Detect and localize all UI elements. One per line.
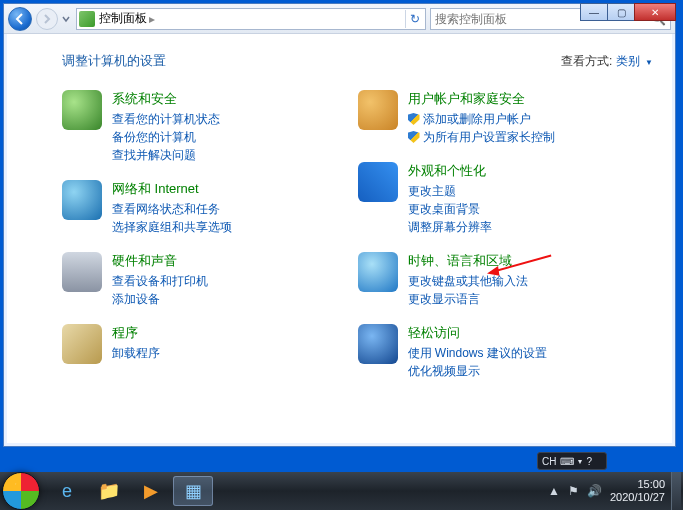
start-button[interactable] <box>2 472 40 510</box>
category-link[interactable]: 添加设备 <box>112 290 208 308</box>
control-panel-window: — ▢ ✕ 控制面板 ▸ ↻ 🔍 调整计算机的设置 查看方式: 类别 <box>3 3 676 447</box>
close-button[interactable]: ✕ <box>634 3 676 21</box>
category-link[interactable]: 查看设备和打印机 <box>112 272 208 290</box>
window-controls: — ▢ ✕ <box>581 3 676 21</box>
action-center-icon[interactable]: ⚑ <box>568 484 579 498</box>
category-network-icon <box>62 180 102 220</box>
category-text: 硬件和声音查看设备和打印机添加设备 <box>112 252 208 308</box>
chevron-down-icon: ▼ <box>645 58 653 67</box>
category-grid: 系统和安全查看您的计算机状态备份您的计算机查找并解决问题网络和 Internet… <box>62 90 653 396</box>
arrow-right-icon <box>42 14 52 24</box>
category-item: 程序卸载程序 <box>62 324 358 364</box>
category-link[interactable]: 更改主题 <box>408 182 492 200</box>
tray-clock[interactable]: 15:00 2020/10/27 <box>610 478 665 503</box>
category-link[interactable]: 调整屏幕分辨率 <box>408 218 492 236</box>
content-area: 调整计算机的设置 查看方式: 类别 ▼ 系统和安全查看您的计算机状态备份您的计算… <box>4 34 675 446</box>
category-security-icon <box>62 90 102 130</box>
category-text: 轻松访问使用 Windows 建议的设置优化视频显示 <box>408 324 547 380</box>
category-item: 外观和个性化更改主题更改桌面背景调整屏幕分辨率 <box>358 162 654 236</box>
address-bar[interactable]: 控制面板 ▸ ↻ <box>76 8 426 30</box>
category-link[interactable]: 优化视频显示 <box>408 362 547 380</box>
category-appear-icon <box>358 162 398 202</box>
category-title[interactable]: 硬件和声音 <box>112 252 208 270</box>
ime-bar[interactable]: CH ⌨ ▾ ? <box>537 452 607 470</box>
taskbar-ie[interactable]: e <box>47 476 87 506</box>
category-users-icon <box>358 90 398 130</box>
taskbar: e 📁 ▶ ▦ ▲ ⚑ 🔊 15:00 2020/10/27 <box>0 472 683 510</box>
category-link[interactable]: 选择家庭组和共享选项 <box>112 218 232 236</box>
ime-label: CH <box>542 456 556 467</box>
category-link[interactable]: 卸载程序 <box>112 344 160 362</box>
page-title: 调整计算机的设置 <box>62 52 166 70</box>
category-column-left: 系统和安全查看您的计算机状态备份您的计算机查找并解决问题网络和 Internet… <box>62 90 358 396</box>
category-title[interactable]: 轻松访问 <box>408 324 547 342</box>
category-title[interactable]: 用户帐户和家庭安全 <box>408 90 555 108</box>
ie-icon: e <box>62 481 72 502</box>
refresh-button[interactable]: ↻ <box>405 10 423 28</box>
taskbar-explorer[interactable]: 📁 <box>89 476 129 506</box>
category-title[interactable]: 外观和个性化 <box>408 162 492 180</box>
control-panel-icon <box>79 11 95 27</box>
category-text: 程序卸载程序 <box>112 324 160 364</box>
ime-dropdown-icon: ▾ <box>578 457 582 466</box>
svg-line-0 <box>492 255 553 271</box>
breadcrumb-sep-icon[interactable]: ▸ <box>149 12 155 26</box>
category-link[interactable]: 更改显示语言 <box>408 290 528 308</box>
nav-dropdown-icon[interactable] <box>62 14 70 24</box>
view-by-label: 查看方式: <box>561 54 612 68</box>
category-item: 网络和 Internet查看网络状态和任务选择家庭组和共享选项 <box>62 180 358 236</box>
category-item: 用户帐户和家庭安全添加或删除用户帐户为所有用户设置家长控制 <box>358 90 654 146</box>
svg-marker-1 <box>486 266 499 278</box>
category-link[interactable]: 更改桌面背景 <box>408 200 492 218</box>
category-clock-icon <box>358 252 398 292</box>
category-column-right: 用户帐户和家庭安全添加或删除用户帐户为所有用户设置家长控制外观和个性化更改主题更… <box>358 90 654 396</box>
category-link[interactable]: 备份您的计算机 <box>112 128 220 146</box>
category-link[interactable]: 查找并解决问题 <box>112 146 220 164</box>
control-panel-taskbar-icon: ▦ <box>185 480 202 502</box>
category-ease-icon <box>358 324 398 364</box>
minimize-button[interactable]: — <box>580 3 608 21</box>
category-link[interactable]: 查看您的计算机状态 <box>112 110 220 128</box>
category-title[interactable]: 程序 <box>112 324 160 342</box>
category-link[interactable]: 查看网络状态和任务 <box>112 200 232 218</box>
category-text: 网络和 Internet查看网络状态和任务选择家庭组和共享选项 <box>112 180 232 236</box>
category-link[interactable]: 添加或删除用户帐户 <box>408 110 555 128</box>
breadcrumb-root[interactable]: 控制面板 <box>99 10 147 27</box>
tray-time: 15:00 <box>610 478 665 491</box>
view-by-picker[interactable]: 查看方式: 类别 ▼ <box>561 53 653 70</box>
maximize-button[interactable]: ▢ <box>607 3 635 21</box>
arrow-left-icon <box>14 13 26 25</box>
category-text: 用户帐户和家庭安全添加或删除用户帐户为所有用户设置家长控制 <box>408 90 555 146</box>
keyboard-icon: ⌨ <box>560 456 574 467</box>
category-item: 轻松访问使用 Windows 建议的设置优化视频显示 <box>358 324 654 380</box>
view-by-value: 类别 <box>616 54 640 68</box>
category-link[interactable]: 为所有用户设置家长控制 <box>408 128 555 146</box>
show-desktop-button[interactable] <box>671 472 681 510</box>
category-link[interactable]: 使用 Windows 建议的设置 <box>408 344 547 362</box>
category-programs-icon <box>62 324 102 364</box>
system-tray: ▲ ⚑ 🔊 15:00 2020/10/27 <box>548 478 671 503</box>
folder-icon: 📁 <box>98 480 120 502</box>
nav-bar: 控制面板 ▸ ↻ 🔍 <box>4 4 675 34</box>
category-hardware-icon <box>62 252 102 292</box>
ime-help-icon: ? <box>586 456 592 467</box>
nav-back-button[interactable] <box>8 7 32 31</box>
tray-date: 2020/10/27 <box>610 491 665 504</box>
category-item: 系统和安全查看您的计算机状态备份您的计算机查找并解决问题 <box>62 90 358 164</box>
category-title[interactable]: 网络和 Internet <box>112 180 232 198</box>
media-player-icon: ▶ <box>144 480 158 502</box>
category-title[interactable]: 系统和安全 <box>112 90 220 108</box>
category-item: 硬件和声音查看设备和打印机添加设备 <box>62 252 358 308</box>
category-text: 外观和个性化更改主题更改桌面背景调整屏幕分辨率 <box>408 162 492 236</box>
volume-icon[interactable]: 🔊 <box>587 484 602 498</box>
category-text: 系统和安全查看您的计算机状态备份您的计算机查找并解决问题 <box>112 90 220 164</box>
content-header: 调整计算机的设置 查看方式: 类别 ▼ <box>62 52 653 70</box>
taskbar-control-panel[interactable]: ▦ <box>173 476 213 506</box>
tray-chevron-icon[interactable]: ▲ <box>548 484 560 498</box>
taskbar-media[interactable]: ▶ <box>131 476 171 506</box>
nav-forward-button <box>36 8 58 30</box>
